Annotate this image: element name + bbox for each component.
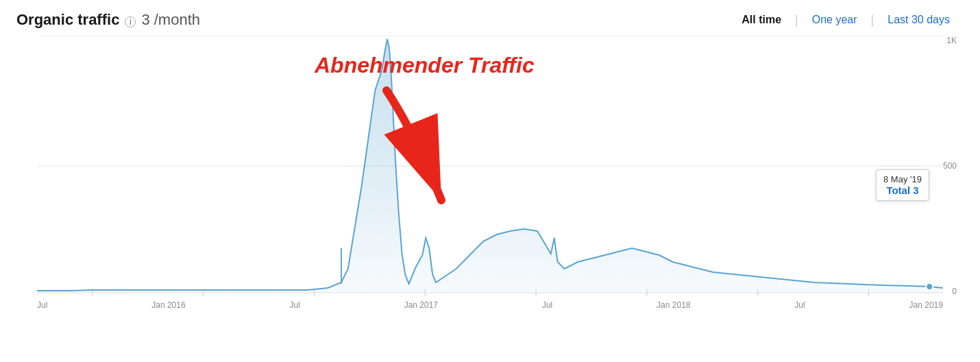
title-section: Organic traffic i 3 /month: [16, 11, 200, 29]
info-icon[interactable]: i: [125, 16, 136, 27]
subtitle: 3 /month: [141, 11, 200, 29]
filter-last-30[interactable]: Last 30 days: [874, 11, 964, 29]
tooltip-total: Total 3: [883, 184, 922, 196]
x-label-1: Jan 2016: [151, 300, 185, 310]
chart-svg: [37, 36, 943, 296]
tooltip-box: 8 May '19 Total 3: [876, 169, 929, 201]
x-label-6: Jul: [794, 300, 805, 310]
x-label-2: Jul: [289, 300, 299, 310]
x-label-3: Jan 2017: [404, 300, 438, 310]
tooltip-date: 8 May '19: [883, 174, 922, 184]
x-label-0: Jul: [37, 300, 47, 310]
page-title: Organic traffic: [16, 11, 119, 29]
header: Organic traffic i 3 /month All time | On…: [16, 11, 964, 29]
y-label-500: 500: [943, 161, 957, 171]
x-label-7: Jan 2019: [909, 300, 943, 310]
x-label-5: Jan 2018: [657, 300, 690, 310]
y-axis: 1K 500 0: [943, 36, 957, 296]
svg-point-12: [926, 283, 933, 290]
page-container: Organic traffic i 3 /month All time | On…: [0, 0, 980, 362]
x-label-4: Jul: [542, 300, 552, 310]
filter-all-time[interactable]: All time: [728, 11, 795, 29]
time-filters: All time | One year | Last 30 days: [728, 11, 964, 29]
filter-one-year[interactable]: One year: [798, 11, 871, 29]
y-label-1k: 1K: [943, 36, 957, 45]
x-axis: Jul Jan 2016 Jul Jan 2017 Jul Jan 2018 J…: [37, 300, 943, 310]
y-label-0: 0: [943, 287, 957, 296]
chart-area: 1K 500 0: [16, 36, 964, 324]
